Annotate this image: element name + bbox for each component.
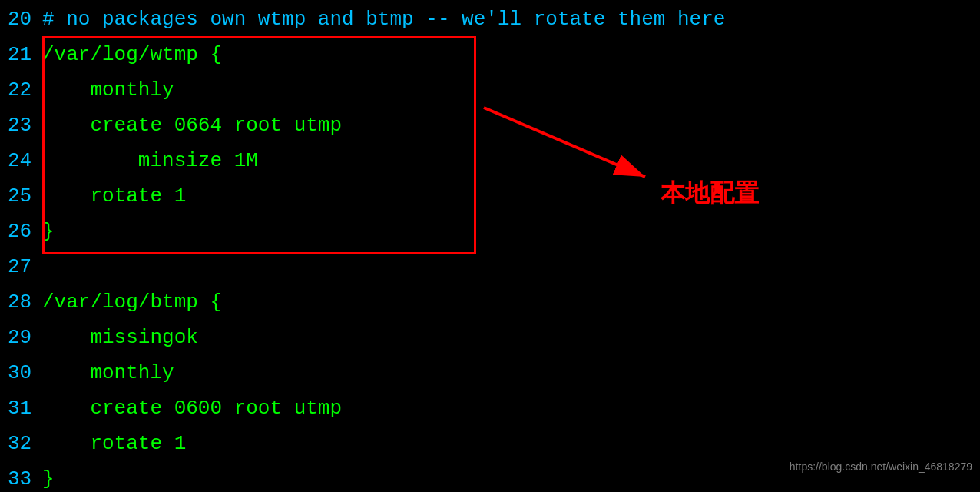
line-number: 32 — [8, 426, 42, 461]
line-number: 28 — [8, 284, 42, 320]
code-line: 29 missingok — [8, 320, 972, 355]
code-line: 20# no packages own wtmp and btmp -- we'… — [8, 2, 972, 37]
line-content: /var/log/btmp { — [42, 284, 222, 320]
line-number: 21 — [8, 37, 42, 72]
code-line: 21/var/log/wtmp { — [8, 37, 972, 72]
line-content: rotate 1 — [42, 426, 186, 461]
line-number: 25 — [8, 178, 42, 214]
code-line: 31 create 0600 root utmp — [8, 391, 972, 426]
code-line: 25 rotate 1 — [8, 178, 972, 214]
code-line: 30 monthly — [8, 355, 972, 391]
line-number: 24 — [8, 143, 42, 178]
line-content: monthly — [42, 355, 174, 391]
code-line: 28/var/log/btmp { — [8, 284, 972, 320]
line-content: /var/log/wtmp { — [42, 37, 222, 72]
code-area: 20# no packages own wtmp and btmp -- we'… — [0, 0, 980, 492]
line-number: 23 — [8, 108, 42, 143]
code-line: 27 — [8, 249, 972, 284]
line-content: } — [42, 214, 55, 249]
line-number: 26 — [8, 214, 42, 249]
line-number: 30 — [8, 355, 42, 391]
watermark: https://blog.csdn.net/weixin_46818279 — [790, 449, 972, 484]
code-line: 22 monthly — [8, 72, 972, 108]
line-number: 33 — [8, 461, 42, 492]
line-content: # no packages own wtmp and btmp -- we'll… — [42, 2, 725, 37]
line-number: 27 — [8, 249, 42, 284]
code-line: 24 minsize 1M — [8, 143, 972, 178]
line-content: missingok — [42, 320, 198, 355]
line-content: } — [42, 461, 55, 492]
line-content: create 0664 root utmp — [42, 108, 342, 143]
line-number: 22 — [8, 72, 42, 108]
line-number: 29 — [8, 320, 42, 355]
line-content: create 0600 root utmp — [42, 391, 342, 426]
line-number: 31 — [8, 391, 42, 426]
line-content: minsize 1M — [42, 143, 258, 178]
code-line: 26} — [8, 214, 972, 249]
line-content: rotate 1 — [42, 178, 186, 214]
line-content: monthly — [42, 72, 174, 108]
line-number: 20 — [8, 2, 42, 37]
code-line: 23 create 0664 root utmp — [8, 108, 972, 143]
